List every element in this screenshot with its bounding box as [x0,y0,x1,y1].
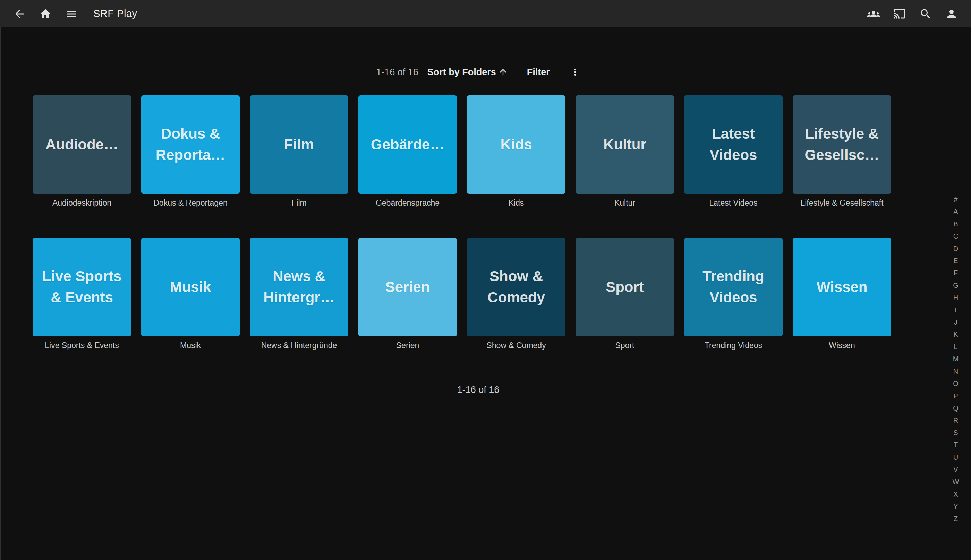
library-card-tile[interactable]: Sport [576,238,674,337]
library-card-tile[interactable]: Kultur [576,95,674,194]
syncplay-group-icon [867,8,880,20]
library-card-tile[interactable]: Lifestyle & Gesellsc… [793,95,891,194]
alphabet-letter[interactable]: A [953,206,958,218]
library-card-tile[interactable]: Serien [359,238,457,337]
library-card[interactable]: Audiode… Audiodeskription [33,95,131,207]
syncplay-button[interactable] [867,7,881,21]
library-card-tile[interactable]: Audiode… [33,95,131,194]
alphabet-letter[interactable]: U [953,452,958,463]
library-card[interactable]: News & Hintergr… News & Hintergründe [250,238,348,350]
alphabet-letter[interactable]: J [954,316,958,328]
library-card-label: Musik [141,341,240,350]
sort-button[interactable]: Sort by Folders [427,67,508,78]
library-card-tile[interactable]: Musik [141,238,240,337]
filter-button[interactable]: Filter [527,67,550,78]
library-card-title: Serien [385,277,430,298]
alphabet-letter[interactable]: F [954,267,958,279]
library-card[interactable]: Kultur Kultur [576,95,674,207]
library-card-tile[interactable]: Latest Videos [684,95,782,194]
library-card-label: Live Sports & Events [33,341,131,350]
search-icon [919,8,932,20]
alphabet-letter[interactable]: S [953,427,958,439]
library-card-label: Wissen [793,341,891,350]
library-card[interactable]: Serien Serien [359,238,457,350]
library-card[interactable]: Wissen Wissen [793,238,891,350]
alphabet-letter[interactable]: K [953,328,958,340]
library-card-tile[interactable]: Gebärde… [359,95,457,194]
home-icon [39,8,52,20]
alphabet-letter[interactable]: Z [954,513,958,525]
library-card-title: Audiode… [45,134,118,155]
alphabet-letter[interactable]: N [953,365,958,378]
cast-button[interactable] [893,7,906,21]
alphabet-letter[interactable]: D [953,243,958,255]
filter-button-label: Filter [527,67,550,78]
alphabet-letter[interactable]: W [953,476,959,488]
library-card-label: Gebärdensprache [359,198,457,207]
alphabet-letter[interactable]: X [953,488,958,500]
alphabet-letter[interactable]: # [954,193,958,206]
item-count: 1-16 of 16 [376,67,419,78]
alphabet-letter[interactable]: B [953,218,958,230]
user-button[interactable] [944,7,959,21]
alphabet-letter[interactable]: G [953,280,959,292]
library-card[interactable]: Sport Sport [576,238,674,350]
library-card[interactable]: Show & Comedy Show & Comedy [467,238,566,350]
home-button[interactable] [38,7,52,21]
library-card[interactable]: Kids Kids [467,95,566,207]
back-icon [13,8,26,20]
library-card-title: Sport [606,277,644,298]
alphabet-letter[interactable]: L [954,341,958,353]
back-button[interactable] [12,7,27,21]
library-card-label: Show & Comedy [467,341,566,350]
library-card-tile[interactable]: Dokus & Reporta… [141,95,240,194]
alphabet-letter[interactable]: V [953,463,958,476]
alphabet-letter[interactable]: I [955,304,957,316]
alphabet-letter[interactable]: E [953,255,958,267]
library-card-label: Kids [467,198,566,207]
menu-button[interactable] [65,7,78,21]
alphabet-letter[interactable]: P [953,390,958,402]
alphabet-letter[interactable]: H [953,292,958,304]
library-grid: Audiode… Audiodeskription Dokus & Report… [33,95,891,350]
library-card[interactable]: Lifestyle & Gesellsc… Lifestyle & Gesell… [793,95,891,207]
library-card[interactable]: Gebärde… Gebärdensprache [359,95,457,207]
library-card-tile[interactable]: Live Sports & Events [33,238,131,337]
library-card-tile[interactable]: Wissen [793,238,891,337]
library-card-title: News & Hintergr… [253,266,345,308]
library-card-title: Kids [500,134,532,155]
alphabet-letter[interactable]: O [953,378,959,390]
library-card[interactable]: Live Sports & Events Live Sports & Event… [33,238,131,350]
library-card[interactable]: Trending Videos Trending Videos [684,238,782,350]
library-card-tile[interactable]: Trending Videos [684,238,782,337]
library-card-title: Gebärde… [371,134,444,155]
alphabet-letter[interactable]: M [953,353,959,365]
sort-filter-toolbar: 1-16 of 16 Sort by Folders Filter [33,66,924,78]
library-card[interactable]: Musik Musik [141,238,240,350]
library-card-title: Trending Videos [687,266,779,308]
library-card-tile[interactable]: Kids [467,95,566,194]
library-card-label: Trending Videos [684,341,782,350]
page-title: SRF Play [93,8,137,19]
library-card-tile[interactable]: News & Hintergr… [250,238,348,337]
library-card-label: Lifestyle & Gesellschaft [793,198,891,207]
alphabet-letter[interactable]: T [954,439,958,451]
library-card-label: Film [250,198,348,207]
library-card-tile[interactable]: Show & Comedy [467,238,566,337]
more-options-button[interactable] [570,67,581,77]
library-card-label: Sport [576,341,674,350]
library-card[interactable]: Latest Videos Latest Videos [684,95,782,207]
sort-button-label: Sort by Folders [427,67,496,78]
library-card[interactable]: Dokus & Reporta… Dokus & Reportagen [141,95,240,207]
library-card-label: Latest Videos [684,198,782,207]
alphabet-letter[interactable]: Y [953,500,958,512]
library-card-tile[interactable]: Film [250,95,348,194]
alphabet-letter[interactable]: C [953,230,958,242]
alphabet-letter[interactable]: Q [953,402,959,414]
search-button[interactable] [919,7,933,21]
library-card-title: Lifestyle & Gesellsc… [796,123,888,166]
library-card[interactable]: Film Film [250,95,348,207]
alphabet-scroller: #ABCDEFGHIJKLMNOPQRSTUVWXYZ [949,193,963,525]
window-left-edge [0,27,1,560]
alphabet-letter[interactable]: R [953,414,958,427]
